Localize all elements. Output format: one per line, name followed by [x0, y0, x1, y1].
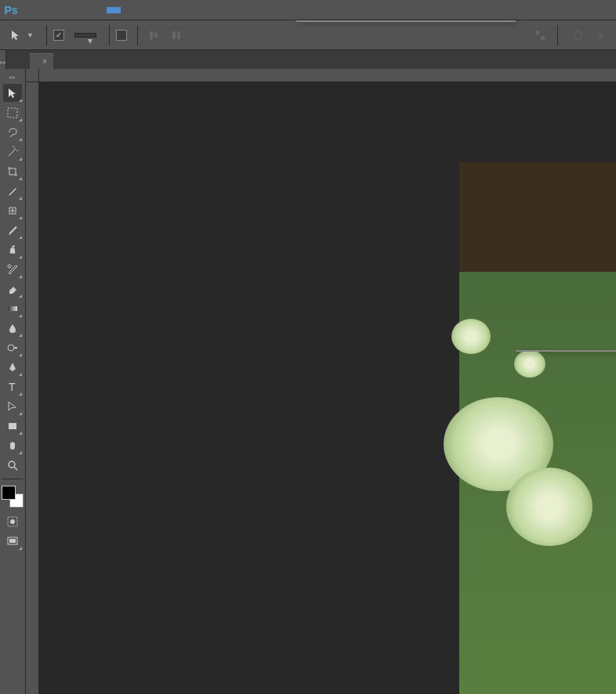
options-bar: ▼ — [0, 20, 616, 50]
color-swatches[interactable] — [2, 486, 24, 508]
svg-rect-7 — [8, 108, 17, 117]
rectangle-tool[interactable] — [3, 417, 22, 435]
svg-rect-2 — [172, 31, 176, 39]
ruler-origin[interactable] — [26, 69, 39, 82]
quick-mask-tool[interactable] — [3, 512, 22, 530]
magic-wand-tool[interactable] — [3, 143, 22, 161]
type-tool[interactable]: T — [3, 378, 22, 396]
lasso-tool[interactable] — [3, 123, 22, 141]
screen-mode-tool[interactable] — [3, 532, 22, 550]
auto-select-dropdown[interactable] — [74, 33, 96, 38]
menu-bar: Ps — [0, 0, 616, 20]
svg-rect-1 — [154, 33, 158, 38]
menu-help[interactable] — [163, 7, 177, 13]
menu-filter[interactable] — [107, 7, 121, 13]
app-logo: Ps — [0, 0, 22, 20]
show-transform-checkbox[interactable] — [116, 30, 127, 41]
align-icon-1[interactable] — [147, 27, 163, 43]
canvas[interactable] — [39, 82, 616, 694]
svg-point-6 — [574, 31, 582, 39]
history-brush-tool[interactable] — [3, 260, 22, 278]
dropdown-arrow-icon[interactable]: ▼ — [27, 31, 34, 39]
menu-select[interactable] — [92, 7, 107, 13]
move-tool[interactable] — [3, 84, 22, 102]
brush-tool[interactable] — [3, 221, 22, 239]
svg-rect-13 — [9, 423, 16, 429]
pen-tool[interactable] — [3, 358, 22, 376]
document-tab[interactable]: × — [30, 53, 53, 69]
svg-text:T: T — [9, 381, 16, 393]
clone-stamp-tool[interactable] — [3, 240, 22, 258]
svg-rect-10 — [8, 306, 17, 311]
3d-orbit-icon[interactable] — [571, 27, 586, 43]
panel-flap-icon[interactable]: ▸▸ — [9, 74, 16, 81]
3d-pan-icon[interactable] — [592, 27, 608, 43]
ruler-horizontal[interactable] — [39, 69, 616, 82]
move-tool-preset-icon[interactable] — [8, 27, 24, 43]
document-image — [459, 162, 616, 694]
svg-rect-4 — [535, 31, 539, 34]
menu-layer[interactable] — [64, 7, 78, 13]
menu-image[interactable] — [50, 7, 64, 13]
menu-edit[interactable] — [36, 7, 50, 13]
crop-tool[interactable] — [3, 162, 22, 180]
ruler-vertical[interactable] — [26, 82, 39, 694]
tool-panel: ▸▸ T — [0, 69, 26, 694]
svg-point-16 — [10, 519, 15, 524]
align-right-icon[interactable] — [532, 27, 548, 43]
menu-file[interactable] — [22, 7, 36, 13]
document-tab-bar: × — [0, 50, 616, 69]
close-tab-icon[interactable]: × — [42, 57, 47, 66]
menu-view[interactable] — [135, 7, 149, 13]
menu-3d[interactable] — [121, 7, 135, 13]
path-selection-tool[interactable] — [3, 397, 22, 415]
filter-other-submenu — [516, 350, 616, 352]
svg-point-11 — [8, 345, 14, 351]
svg-point-9 — [8, 265, 11, 268]
svg-rect-5 — [541, 36, 545, 40]
gradient-tool[interactable] — [3, 299, 22, 317]
marquee-tool[interactable] — [3, 103, 22, 121]
menu-window[interactable] — [149, 7, 163, 13]
dodge-tool[interactable] — [3, 338, 22, 356]
svg-point-14 — [9, 461, 15, 468]
canvas-area — [26, 69, 616, 694]
svg-rect-0 — [150, 31, 153, 39]
hand-tool[interactable] — [3, 436, 22, 454]
svg-rect-3 — [177, 31, 180, 39]
filter-menu-dropdown — [296, 20, 516, 22]
foreground-color-swatch[interactable] — [2, 486, 16, 500]
healing-brush-tool[interactable] — [3, 201, 22, 219]
zoom-tool[interactable] — [3, 456, 22, 474]
svg-rect-18 — [9, 539, 16, 543]
blur-tool[interactable] — [3, 319, 22, 337]
eraser-tool[interactable] — [3, 280, 22, 298]
auto-select-checkbox[interactable] — [53, 30, 64, 41]
menu-type[interactable] — [78, 7, 92, 13]
eyedropper-tool[interactable] — [3, 182, 22, 200]
align-icon-2[interactable] — [169, 27, 185, 43]
